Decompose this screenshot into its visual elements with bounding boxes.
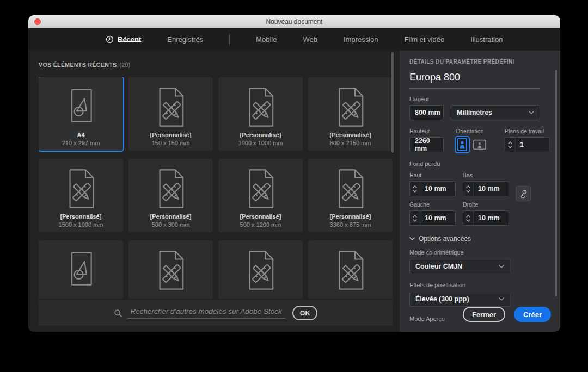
template-name: [Personnalisé]: [330, 213, 371, 220]
details-header: DÉTAILS DU PARAMÈTRE PRÉDÉFINI: [409, 59, 549, 65]
artboards-value[interactable]: 1: [516, 138, 549, 152]
category-tabbar: Récent Enregistrés Mobile Web Impression…: [28, 28, 560, 51]
unit-value: Millimètres: [457, 109, 492, 116]
recent-items-header: VOS ÉLÉMENTS RÉCENTS(20): [39, 61, 400, 68]
artboards-stepper[interactable]: 1: [505, 137, 549, 152]
chevron-down-icon: [466, 219, 470, 222]
color-mode-value: Couleur CMJN: [415, 263, 462, 270]
bleed-right-label: Droite: [463, 201, 509, 208]
preset-name-field[interactable]: Europa 800: [409, 72, 549, 83]
template-card-custom-800x2150[interactable]: [Personnalisé] 800 x 2150 mm: [308, 77, 393, 151]
chevron-down-icon: [413, 190, 417, 193]
template-size: 3360 x 875 mm: [330, 221, 371, 228]
custom-doc-icon: [333, 167, 368, 210]
height-label: Hauteur: [409, 128, 451, 134]
stepper-arrows[interactable]: [505, 138, 516, 152]
template-card-partial-1[interactable]: [39, 240, 123, 299]
tab-illustration[interactable]: Illustration: [470, 28, 503, 51]
tab-saved[interactable]: Enregistrés: [167, 28, 203, 51]
bleed-bottom-value[interactable]: 10 mm: [474, 182, 509, 196]
tab-label: Récent: [118, 35, 141, 44]
left-panel-scrollbar[interactable]: [391, 52, 394, 153]
stepper-arrows[interactable]: [463, 182, 474, 196]
right-panel-scrollbar[interactable]: [555, 70, 557, 296]
adobe-stock-search-bar: Rechercher d'autres modèles sur Adobe St…: [39, 300, 393, 326]
template-card-partial-4[interactable]: [308, 240, 393, 299]
custom-doc-icon: [64, 167, 99, 210]
chevron-up-icon: [413, 215, 417, 218]
template-name: A4: [77, 132, 84, 138]
tab-web[interactable]: Web: [303, 28, 317, 51]
stepper-arrows[interactable]: [410, 182, 420, 196]
template-size: 150 x 150 mm: [152, 140, 190, 146]
advanced-options-toggle[interactable]: Options avancées: [409, 235, 549, 243]
create-button[interactable]: Créer: [514, 307, 551, 322]
template-size: 1500 x 1000 mm: [59, 221, 103, 228]
template-size: 1000 x 1000 mm: [238, 140, 283, 146]
chevron-up-icon: [466, 215, 470, 218]
template-card-custom-1500x1000[interactable]: [Personnalisé] 1500 x 1000 mm: [39, 159, 123, 232]
orientation-portrait-button[interactable]: [456, 137, 469, 152]
bleed-right-stepper[interactable]: 10 mm: [463, 210, 509, 226]
tab-mobile[interactable]: Mobile: [256, 28, 277, 51]
dialog-footer-buttons: Fermer Créer: [463, 307, 551, 322]
template-card-custom-1000x1000[interactable]: [Personnalisé] 1000 x 1000 mm: [218, 77, 303, 151]
chevron-down-icon: [413, 219, 417, 222]
clock-icon: [106, 35, 114, 44]
tab-print[interactable]: Impression: [344, 28, 378, 51]
preset-details-panel: DÉTAILS DU PARAMÈTRE PRÉDÉFINI Europa 80…: [400, 51, 560, 332]
template-card-partial-2[interactable]: [128, 240, 213, 299]
bleed-left-value[interactable]: 10 mm: [420, 211, 455, 225]
bleed-top-stepper[interactable]: 10 mm: [409, 181, 456, 196]
search-ok-button[interactable]: OK: [292, 306, 318, 320]
custom-doc-icon: [243, 249, 278, 292]
template-card-custom-3360x875[interactable]: [Personnalisé] 3360 x 875 mm: [308, 159, 393, 232]
template-card-custom-500x300[interactable]: [Personnalisé] 500 x 300 mm: [128, 159, 213, 232]
chevron-up-icon: [413, 185, 417, 188]
template-card-a4[interactable]: A4 210 x 297 mm: [39, 77, 123, 151]
custom-doc-icon: [333, 249, 368, 292]
template-card-custom-150x150[interactable]: [Personnalisé] 150 x 150 mm: [128, 77, 213, 151]
unit-dropdown[interactable]: Millimètres: [451, 105, 540, 120]
bleed-left-stepper[interactable]: 10 mm: [409, 210, 456, 226]
artboard-shapes-icon: [64, 85, 99, 129]
template-size: 500 x 1200 mm: [240, 221, 281, 228]
active-tab-underline: [118, 41, 141, 42]
link-bleed-values-button[interactable]: [516, 186, 531, 201]
width-input[interactable]: 800 mm: [409, 105, 444, 120]
raster-effects-dropdown[interactable]: Élevée (300 ppp): [409, 292, 510, 307]
stepper-arrows[interactable]: [463, 211, 474, 225]
bleed-bottom-label: Bas: [463, 172, 509, 178]
template-size: 500 x 300 mm: [152, 221, 190, 228]
height-input[interactable]: 2260 mm: [409, 137, 444, 152]
chevron-down-icon: [529, 111, 534, 114]
stepper-arrows[interactable]: [410, 211, 420, 225]
advanced-options-label: Options avancées: [419, 235, 471, 243]
stock-search-input[interactable]: Rechercher d'autres modèles sur Adobe St…: [127, 307, 285, 319]
bleed-left-label: Gauche: [409, 201, 463, 208]
custom-doc-icon: [154, 249, 188, 292]
bleed-bottom-stepper[interactable]: 10 mm: [463, 181, 509, 196]
bleed-top-value[interactable]: 10 mm: [420, 182, 455, 196]
template-card-partial-3[interactable]: [218, 240, 303, 299]
close-window-button[interactable]: [34, 18, 41, 25]
chevron-down-icon: [499, 265, 504, 268]
chain-link-icon: [519, 189, 528, 198]
custom-doc-icon: [154, 85, 188, 129]
window-title: Nouveau document: [266, 18, 322, 26]
search-icon: [114, 309, 122, 318]
template-card-custom-500x1200[interactable]: [Personnalisé] 500 x 1200 mm: [218, 159, 303, 232]
custom-doc-icon: [243, 85, 278, 129]
artboards-label: Plans de travail: [505, 128, 549, 134]
orientation-landscape-button[interactable]: [473, 137, 486, 152]
close-button[interactable]: Fermer: [463, 307, 505, 322]
portrait-orientation-icon: [457, 138, 467, 151]
chevron-down-icon: [409, 237, 415, 240]
bleed-right-value[interactable]: 10 mm: [474, 211, 509, 225]
tab-recent[interactable]: Récent: [106, 28, 141, 51]
window-titlebar: Nouveau document: [28, 15, 560, 28]
tab-film-video[interactable]: Film et vidéo: [404, 28, 444, 51]
landscape-orientation-icon: [473, 139, 486, 150]
raster-effects-value: Élevée (300 ppp): [415, 295, 469, 303]
color-mode-dropdown[interactable]: Couleur CMJN: [409, 259, 510, 274]
